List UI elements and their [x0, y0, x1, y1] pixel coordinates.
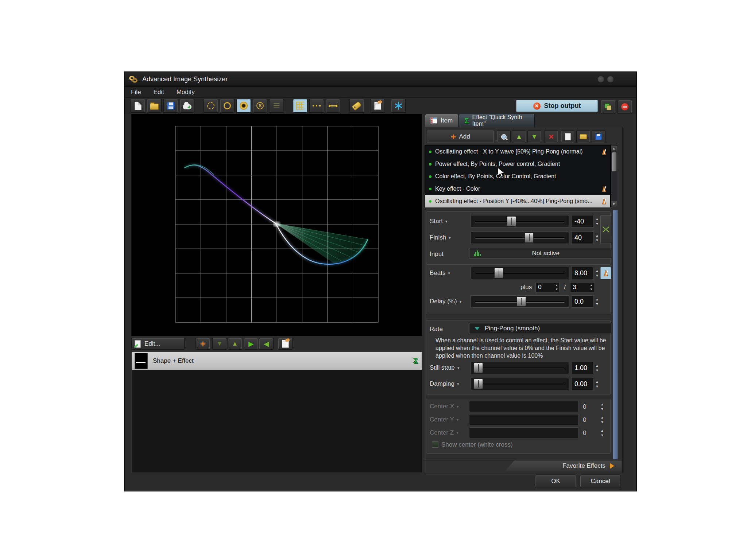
effect-item-key-color[interactable]: Key effect - Color [425, 183, 610, 195]
effect-item-oscillating-position-y[interactable]: Oscillating effect - Position Y [-40%...… [425, 195, 610, 207]
minimize-button[interactable] [598, 76, 604, 82]
damping-label[interactable]: Damping [430, 378, 473, 390]
points-mode-button[interactable] [309, 99, 324, 113]
dashed-circle-tool-button[interactable] [204, 99, 218, 113]
stop-x-icon [533, 102, 541, 110]
damping-value[interactable]: 0.00 [571, 378, 594, 390]
beats-metronome-button[interactable] [600, 267, 611, 279]
add-effect-button[interactable]: Add [427, 131, 494, 143]
effect-new-button[interactable] [561, 131, 575, 143]
plus-label: plus [520, 284, 532, 291]
effect-move-down-button[interactable] [527, 131, 541, 143]
plus-spinner[interactable] [555, 284, 559, 291]
effect-delete-button[interactable] [544, 131, 558, 143]
preview-canvas[interactable] [131, 114, 422, 336]
effect-list-scrollbar[interactable] [611, 145, 617, 207]
freeze-button[interactable] [391, 99, 406, 113]
finish-value[interactable]: 40 [571, 232, 594, 244]
metronome-icon[interactable] [600, 185, 608, 193]
tab-effect[interactable]: Effect "Quick Synth Item" [459, 114, 535, 127]
up-arrow-icon [232, 340, 238, 347]
delay-spinner[interactable] [594, 295, 600, 308]
add-shape-button[interactable] [196, 338, 210, 350]
notes-button[interactable] [278, 338, 293, 350]
swap-start-finish-button[interactable] [600, 215, 611, 244]
finish-slider[interactable] [471, 232, 569, 244]
effect-open-button[interactable] [576, 131, 590, 143]
menu-bar: File Edit Modify [125, 87, 636, 98]
metronome-icon[interactable] [600, 197, 608, 205]
damping-slider[interactable] [471, 378, 569, 390]
sigma-effect-icon[interactable] [413, 357, 418, 365]
plus-value-box[interactable]: 0 [535, 282, 560, 292]
still-state-value[interactable]: 1.00 [571, 362, 594, 374]
effect-item-oscillating-x-to-y[interactable]: Oscillating effect - X to Y wave [50%] P… [425, 145, 610, 158]
favorite-effects-tab[interactable]: Favorite Effects [505, 460, 622, 471]
start-spinner[interactable] [594, 215, 600, 228]
scroll-up-icon[interactable] [611, 145, 617, 151]
move-right-button[interactable] [244, 338, 258, 350]
blackout-button[interactable] [618, 100, 632, 114]
add-plus-icon [450, 133, 456, 140]
scroll-down-icon[interactable] [611, 201, 617, 207]
still-state-slider[interactable] [471, 362, 569, 374]
line-mode-button[interactable] [326, 99, 340, 113]
input-channel-box[interactable]: Not active [469, 248, 611, 259]
still-state-spinner[interactable] [594, 362, 600, 374]
close-button[interactable] [607, 76, 614, 82]
open-file-button[interactable] [147, 99, 162, 113]
center-z-label: Center Z [430, 427, 469, 438]
metronome-icon[interactable] [600, 148, 608, 156]
move-left-button[interactable] [259, 338, 274, 350]
finish-spinner[interactable] [594, 232, 600, 244]
track-row-shape-effect[interactable]: Shape + Effect [132, 352, 422, 370]
start-value[interactable]: -40 [571, 215, 594, 228]
search-effect-button[interactable] [497, 131, 511, 143]
list-tool-button[interactable] [269, 99, 284, 113]
beats-label[interactable]: Beats [430, 267, 469, 279]
s-shape-tool-button[interactable] [253, 99, 267, 113]
rate-dropdown[interactable]: Ping-Pong (smooth) [469, 323, 611, 334]
stop-output-button[interactable]: Stop output [516, 100, 598, 112]
new-file-button[interactable] [131, 99, 145, 113]
edit-pencil-icon [135, 340, 141, 348]
effect-move-up-button[interactable] [512, 131, 526, 143]
effect-item-color[interactable]: Color effect, By Points, Color Control, … [425, 170, 610, 183]
start-slider[interactable] [471, 215, 569, 228]
menu-edit[interactable]: Edit [147, 87, 170, 97]
beats-spinner[interactable] [594, 267, 600, 279]
save-button[interactable] [163, 99, 178, 113]
menu-file[interactable]: File [125, 87, 147, 97]
start-label[interactable]: Start [430, 215, 469, 228]
circle-tool-button[interactable] [220, 99, 235, 113]
effect-item-power[interactable]: Power effect, By Points, Power control, … [425, 158, 610, 170]
delay-value[interactable]: 0.0 [571, 295, 594, 308]
ok-button[interactable]: OK [535, 475, 576, 488]
scrollbar-thumb[interactable] [612, 152, 617, 172]
menu-modify[interactable]: Modify [170, 87, 201, 97]
copy-pages-button[interactable] [601, 100, 615, 114]
list-lines-icon [274, 103, 279, 108]
tag-button[interactable] [349, 99, 364, 113]
filled-circle-tool-button[interactable] [236, 99, 251, 113]
delay-label[interactable]: Delay (%) [430, 295, 469, 308]
edit-button[interactable]: Edit... [131, 338, 185, 350]
move-up-button[interactable] [228, 338, 242, 350]
delay-slider[interactable] [471, 295, 569, 308]
beats-slider[interactable] [471, 267, 569, 279]
cancel-button[interactable]: Cancel [580, 475, 621, 488]
new-document-icon [565, 133, 571, 140]
tab-item[interactable]: Item [425, 114, 458, 127]
damping-spinner[interactable] [594, 378, 600, 390]
grid-toggle-button[interactable] [293, 99, 307, 113]
still-state-label[interactable]: Still state [430, 362, 473, 374]
beats-value[interactable]: 8.00 [571, 267, 594, 279]
plus-denominator-box[interactable]: 3 [570, 282, 594, 292]
move-down-button[interactable] [212, 338, 227, 350]
params-scrollbar[interactable] [613, 210, 618, 459]
properties-button[interactable] [370, 99, 385, 113]
denominator-spinner[interactable] [590, 284, 594, 291]
cloud-save-button[interactable] [180, 99, 194, 113]
finish-label[interactable]: Finish [430, 232, 469, 244]
effect-save-button[interactable] [592, 131, 605, 143]
